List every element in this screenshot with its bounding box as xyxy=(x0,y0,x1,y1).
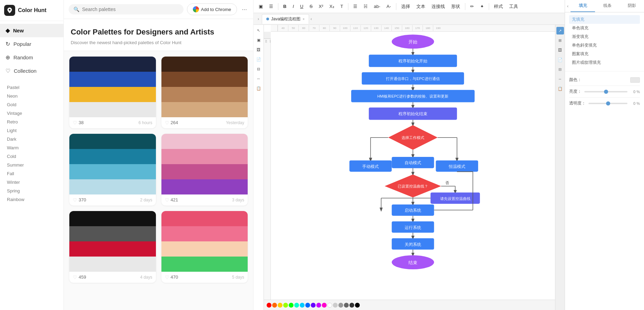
color-dot-white[interactable] xyxy=(327,303,332,308)
nav-item-random[interactable]: ⊕ Random xyxy=(0,51,63,64)
tag-fall[interactable]: Fall xyxy=(0,169,63,178)
fill-pattern[interactable]: 图案填充 xyxy=(569,50,640,58)
add-to-chrome-button[interactable]: Add to Chrome xyxy=(187,3,237,15)
color-dot-green[interactable] xyxy=(289,303,294,308)
toolbar-underline-btn[interactable]: U xyxy=(298,3,306,10)
toolbar-strikethrough-btn[interactable]: S xyxy=(307,3,315,10)
tag-retro[interactable]: Retro xyxy=(0,118,63,126)
color-dot-gray[interactable] xyxy=(338,303,343,308)
search-box[interactable]: 🔍 xyxy=(69,4,184,14)
right-tool-page[interactable]: 📄 xyxy=(556,56,564,63)
tag-winter[interactable]: Winter xyxy=(0,178,63,187)
toolbar-ab-btn[interactable]: ab- xyxy=(371,3,383,10)
toolbar-text2-btn[interactable]: 文本 xyxy=(414,2,428,11)
color-dot-violet[interactable] xyxy=(311,303,316,308)
palette-card-3[interactable]: ♡ 370 2 days xyxy=(69,134,156,206)
tag-spring[interactable]: Spring xyxy=(0,187,63,195)
palette-card-2[interactable]: ♡ 264 Yesterday xyxy=(161,57,248,128)
tag-summer[interactable]: Summer xyxy=(0,161,63,169)
tab-collapse-left[interactable]: › xyxy=(256,15,260,23)
tag-cold[interactable]: Cold xyxy=(0,152,63,161)
props-collapse-left[interactable]: ‹ xyxy=(565,2,571,11)
nav-item-popular[interactable]: ↻ Popular xyxy=(0,37,63,51)
color-dot-pink[interactable] xyxy=(322,303,327,308)
props-tab-shadow[interactable]: 阴影 xyxy=(620,0,644,12)
tag-gold[interactable]: Gold xyxy=(0,100,63,109)
right-tool-minus[interactable]: ⊟ xyxy=(556,66,564,73)
color-dot-cyan[interactable] xyxy=(300,303,305,308)
more-menu-button[interactable]: ··· xyxy=(240,4,248,14)
props-tab-line[interactable]: 线条 xyxy=(595,0,620,12)
tool-arrows[interactable]: ↔ xyxy=(255,74,263,83)
toolbar-font-btn[interactable]: A- xyxy=(384,3,394,10)
toolbar-expand-btn[interactable]: ▣ xyxy=(256,3,265,10)
tag-vintage[interactable]: Vintage xyxy=(0,109,63,118)
toolbar-superscript-btn[interactable]: X² xyxy=(316,3,326,10)
like-button-1[interactable]: ♡ 38 xyxy=(73,120,83,126)
color-dot-lime[interactable] xyxy=(283,303,288,308)
fill-mono-gradient[interactable]: 单色斜变填充 xyxy=(569,41,640,50)
color-dot-charcoal[interactable] xyxy=(349,303,354,308)
like-button-4[interactable]: ♡ 421 xyxy=(165,197,178,203)
toolbar-tools-btn[interactable]: 工具 xyxy=(507,2,521,11)
toolbar-pen-btn[interactable]: ✏ xyxy=(468,3,476,10)
color-dot-teal[interactable] xyxy=(294,303,299,308)
toolbar-style-btn[interactable]: 样式 xyxy=(492,2,505,11)
tool-clipboard[interactable]: 📋 xyxy=(255,84,263,92)
tool-image[interactable]: 🖼 xyxy=(255,46,263,54)
toolbar-bold-btn[interactable]: B xyxy=(281,3,289,10)
color-dot-orange[interactable] xyxy=(272,303,277,308)
tag-neon[interactable]: Neon xyxy=(0,92,63,100)
like-button-5[interactable]: ♡ 459 xyxy=(73,274,86,280)
tag-light[interactable]: Light xyxy=(0,126,63,135)
right-tool-clip[interactable]: 📋 xyxy=(556,85,564,92)
toolbar-save-btn[interactable]: ☰ xyxy=(267,3,276,10)
toolbar-list-unordered-btn[interactable]: ☵ xyxy=(361,3,370,10)
color-dot-darkgray[interactable] xyxy=(344,303,349,308)
like-button-2[interactable]: ♡ 264 xyxy=(165,120,178,126)
tool-page[interactable]: 📄 xyxy=(255,55,263,63)
color-dot-blue[interactable] xyxy=(305,303,310,308)
brightness-slider[interactable] xyxy=(584,91,627,92)
tag-pastel[interactable]: Pastel xyxy=(0,83,63,92)
toolbar-select-btn[interactable]: 选择 xyxy=(399,2,413,11)
color-dot-purple[interactable] xyxy=(316,303,321,308)
tool-rect[interactable]: ▣ xyxy=(255,36,263,44)
nav-item-new[interactable]: ◆ New xyxy=(0,24,63,37)
tag-rainbow[interactable]: Rainbow xyxy=(0,195,63,204)
diagram-canvas[interactable]: 40 50 60 70 80 90 100 110 120 130 140 15… xyxy=(264,25,555,310)
toolbar-subscript-btn[interactable]: X₂ xyxy=(327,3,337,10)
fill-gradient[interactable]: 渐变填充 xyxy=(569,32,640,41)
tool-minus[interactable]: ⊟ xyxy=(255,65,263,73)
like-button-3[interactable]: ♡ 370 xyxy=(73,197,86,203)
right-tool-grid[interactable]: ⊞ xyxy=(556,37,564,44)
tool-pointer[interactable]: ↖ xyxy=(255,26,263,34)
palette-card-6[interactable]: ♡ 470 5 days xyxy=(161,211,248,283)
color-dot-black[interactable] xyxy=(355,303,360,308)
tab-close-btn[interactable]: × xyxy=(303,17,305,21)
palette-card-1[interactable]: ♡ 38 6 hours xyxy=(69,57,156,128)
tag-warm[interactable]: Warm xyxy=(0,143,63,152)
toolbar-text-btn[interactable]: T xyxy=(338,3,346,10)
nav-item-collection[interactable]: ♡ Collection xyxy=(0,64,63,78)
palette-card-5[interactable]: ♡ 459 4 days xyxy=(69,211,156,283)
fill-none[interactable]: 无填充 xyxy=(569,15,640,24)
toolbar-shape-btn[interactable]: 形状 xyxy=(449,2,463,11)
color-dot-yellow[interactable] xyxy=(278,303,283,308)
fill-texture[interactable]: 图片或纹理填充 xyxy=(569,58,640,67)
tag-dark[interactable]: Dark xyxy=(0,135,63,143)
palette-card-4[interactable]: ♡ 421 3 days xyxy=(161,134,248,206)
opacity-slider[interactable] xyxy=(588,103,627,104)
like-button-6[interactable]: ♡ 470 xyxy=(165,274,178,280)
toolbar-connect-btn[interactable]: 连接线 xyxy=(429,2,447,11)
diagram-tab-java[interactable]: Java编程流程图 × xyxy=(262,14,309,24)
search-input[interactable] xyxy=(82,7,179,12)
right-tool-image[interactable]: 🖼 xyxy=(556,46,564,54)
props-tab-fill[interactable]: 填充 xyxy=(571,0,595,12)
toolbar-list-ordered-btn[interactable]: ☰ xyxy=(351,3,360,10)
color-dot-red[interactable] xyxy=(267,303,271,308)
tab-collapse-right[interactable]: ‹ xyxy=(309,15,313,23)
fill-solid[interactable]: 单色填充 xyxy=(569,24,640,32)
toolbar-star-btn[interactable]: ✦ xyxy=(478,3,486,10)
right-tool-arrow[interactable]: ↗ xyxy=(556,27,564,34)
